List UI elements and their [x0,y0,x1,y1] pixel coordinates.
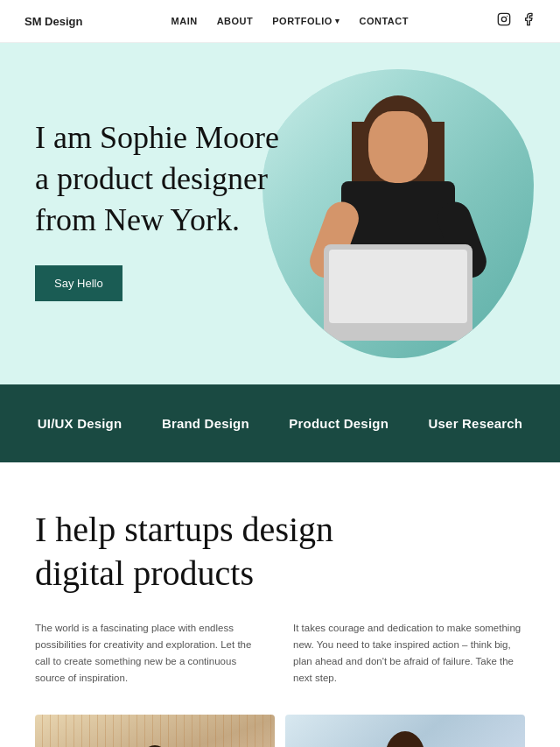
say-hello-button[interactable]: Say Hello [35,265,122,301]
photo-left [35,715,275,747]
photo-person-left [124,741,186,747]
pr-hair [385,731,425,747]
nav-link-contact[interactable]: CONTACT [359,16,408,26]
navbar: SM Design MAIN ABOUT PORTFOLIO ▾ CONTACT [0,0,560,43]
photo-right [285,715,525,747]
chevron-down-icon: ▾ [335,17,340,25]
figure-face [368,111,428,183]
hero-text: I am Sophie Moore a product designer fro… [35,117,298,353]
about-columns: The world is a fascinating place with en… [35,620,525,687]
hero-image-inner [262,69,534,358]
services-bar: UI/UX Design Brand Design Product Design… [0,384,560,462]
facebook-icon[interactable] [522,12,536,30]
service-brand: Brand Design [162,416,249,431]
svg-point-2 [507,16,508,17]
nav-link-main[interactable]: MAIN [172,16,198,26]
about-title: I help startups design digital products [35,508,368,595]
photo-person-right [370,728,440,747]
svg-point-1 [501,17,506,21]
hero-heading: I am Sophie Moore a product designer fro… [35,117,298,240]
about-col1: The world is a fascinating place with en… [35,620,267,687]
nav-link-about[interactable]: ABOUT [217,16,254,26]
service-research: User Research [429,416,523,431]
figure-laptop [324,244,472,341]
photo-grid [0,715,560,747]
service-uiux: UI/UX Design [38,416,122,431]
nav-logo: SM Design [24,15,82,28]
nav-link-portfolio[interactable]: PORTFOLIO ▾ [272,16,340,26]
person-figure [293,87,503,358]
about-col2: It takes courage and dedication to make … [293,620,525,687]
svg-rect-0 [498,13,509,25]
nav-links: MAIN ABOUT PORTFOLIO ▾ CONTACT [172,16,409,26]
about-section: I help startups design digital products … [0,462,560,687]
instagram-icon[interactable] [497,12,511,30]
hero-section: I am Sophie Moore a product designer fro… [0,43,560,384]
nav-social-icons [497,12,536,30]
hero-image [262,69,534,358]
service-product: Product Design [289,416,388,431]
